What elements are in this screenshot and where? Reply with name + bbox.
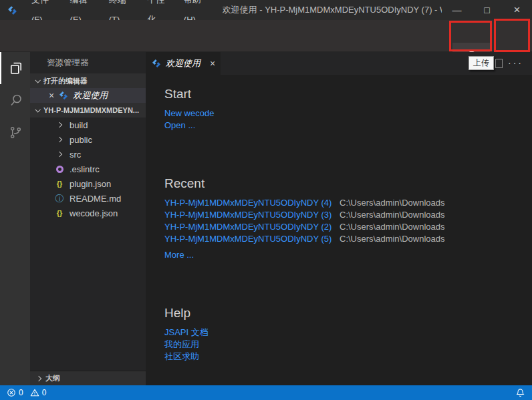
recent-link[interactable]: YH-P-MjM1MDMxMDEyNTU5ODIyNDY (5) [164,233,340,245]
open-editor-label: 欢迎使用 [73,89,108,102]
warning-count: 0 [42,388,47,397]
new-wecode-link[interactable]: New wecode [164,108,214,120]
recent-path: C:\Users\admin\Downloads [340,197,445,209]
annotation-box-login [494,19,530,52]
minimize-button[interactable]: — [442,0,472,20]
explorer-files-icon [8,60,24,76]
problems-status[interactable]: 0 0 [7,388,50,397]
recent-path: C:\Users\admin\Downloads [340,209,445,221]
chevron-right-icon [36,375,41,381]
tree-item-wecode-json[interactable]: {} wecode.json [30,206,146,220]
jsapi-docs-link[interactable]: JSAPI 文档 [164,327,209,339]
start-section: Start New wecode Open ... [164,87,214,132]
search-icon [8,92,24,108]
activitybar-explorer[interactable] [0,52,30,84]
sidebar-explorer: 资源管理器 打开的编辑器 × 欢迎使用 YH-P-MJM1MDMXMDEYN..… [30,52,146,385]
recent-item: YH-P-MjM1MDMxMDEyNTU5ODIyNDY (4) C:\User… [164,197,445,209]
close-window-button[interactable]: × [502,0,532,20]
recent-link[interactable]: YH-P-MjM1MDMxMDEyNTU5ODIyNDY (3) [164,209,340,221]
recent-heading: Recent [164,176,445,191]
tree-item-src[interactable]: src [30,147,146,162]
warning-icon [30,388,39,397]
error-count: 0 [19,388,23,397]
recent-item: YH-P-MjM1MDMxMDEyNTU5ODIyNDY (2) C:\User… [164,221,445,233]
bell-icon [515,388,525,398]
start-heading: Start [164,87,214,102]
wecode-logo-icon [151,58,162,69]
json-braces-icon: {} [57,180,63,188]
chevron-right-icon [57,137,62,142]
upload-tooltip: 上传 [469,56,494,70]
open-link[interactable]: Open ... [164,120,214,132]
wecode-logo-icon [58,90,69,101]
file-label: README.md [70,194,121,204]
close-editor-icon[interactable]: × [49,91,54,100]
file-tree: build public src .eslintrc {} plugin.jso… [30,118,146,220]
tree-item-build[interactable]: build [30,118,146,132]
status-bar: 0 0 [0,385,532,400]
recent-item: YH-P-MjM1MDMxMDEyNTU5ODIyNDY (3) C:\User… [164,209,445,221]
json-braces-icon: {} [57,209,63,217]
welcome-page: Start New wecode Open ... Recent YH-P-Mj… [146,75,532,385]
markdown-info-icon: ⓘ [55,194,64,203]
help-section: Help JSAPI 文档 我的应用 社区求助 [164,306,209,363]
recent-link[interactable]: YH-P-MjM1MDMxMDEyNTU5ODIyNDY (4) [164,197,340,209]
recent-section: Recent YH-P-MjM1MDMxMDEyNTU5ODIyNDY (4) … [164,176,445,261]
tree-item-eslintrc[interactable]: .eslintrc [30,162,146,176]
my-apps-link[interactable]: 我的应用 [164,339,209,351]
file-label: .eslintrc [70,164,100,174]
editor-area: 欢迎使用 × Start New wecode Open ... Recent … [146,52,532,385]
tree-item-public[interactable]: public [30,132,146,147]
main-area: 资源管理器 打开的编辑器 × 欢迎使用 YH-P-MJM1MDMXMDEYN..… [0,52,532,385]
outline-section-header[interactable]: 大纲 [30,371,146,385]
help-heading: Help [164,306,209,321]
recent-path: C:\Users\admin\Downloads [340,221,445,233]
eslint-icon [56,166,63,173]
file-label: plugin.json [70,179,111,189]
recent-item: YH-P-MjM1MDMxMDEyNTU5ODIyNDY (5) C:\User… [164,233,445,245]
notifications-button[interactable] [515,388,525,398]
activitybar-source-control[interactable] [0,116,30,148]
outline-label: 大纲 [45,373,60,383]
project-folder-label: YH-P-MJM1MDMXMDEYN... [43,106,139,114]
more-link[interactable]: More ... [164,249,445,261]
activity-bar [0,52,30,385]
close-tab-icon[interactable]: × [210,59,215,68]
folder-label: build [70,120,88,130]
folder-label: public [70,135,92,145]
sidebar-title: 资源管理器 [30,52,146,73]
tree-item-plugin-json[interactable]: {} plugin.json [30,176,146,191]
community-help-link[interactable]: 社区求助 [164,351,209,363]
wecode-logo-icon [7,5,18,16]
window-title: 欢迎使用 - YH-P-MjM1MDMxMDEyNTU5ODIyNDY (7) … [223,4,442,16]
maximize-button[interactable]: □ [472,0,502,20]
tab-welcome[interactable]: 欢迎使用 × [146,52,221,75]
titlebar: 文件(F) 编辑(E) 终端(T) 个性化 帮助(H) 欢迎使用 - YH-P-… [0,0,532,20]
chevron-right-icon [57,152,62,157]
more-actions-icon[interactable]: ··· [508,57,523,68]
activitybar-search[interactable] [0,84,30,116]
window-controls: — □ × [442,0,532,20]
tree-item-readme[interactable]: ⓘ README.md [30,191,146,206]
recent-path: C:\Users\admin\Downloads [340,233,445,245]
file-label: wecode.json [70,208,118,218]
chevron-down-icon [35,107,40,112]
chevron-right-icon [57,122,62,128]
annotation-box-upload [449,21,492,51]
open-editors-header[interactable]: 打开的编辑器 [30,73,146,88]
recent-link[interactable]: YH-P-MjM1MDMxMDEyNTU5ODIyNDY (2) [164,221,340,233]
error-icon [7,388,16,397]
chevron-down-icon [35,77,40,83]
open-editors-label: 打开的编辑器 [43,76,88,86]
app-window: 文件(F) 编辑(E) 终端(T) 个性化 帮助(H) 欢迎使用 - YH-P-… [0,0,532,400]
open-editor-welcome[interactable]: × 欢迎使用 [30,88,146,103]
folder-label: src [70,150,81,160]
tab-label: 欢迎使用 [166,57,201,69]
project-folder-header[interactable]: YH-P-MJM1MDMXMDEYN... [30,103,146,118]
source-control-branch-icon [8,125,23,140]
split-editor-icon[interactable] [495,59,503,68]
